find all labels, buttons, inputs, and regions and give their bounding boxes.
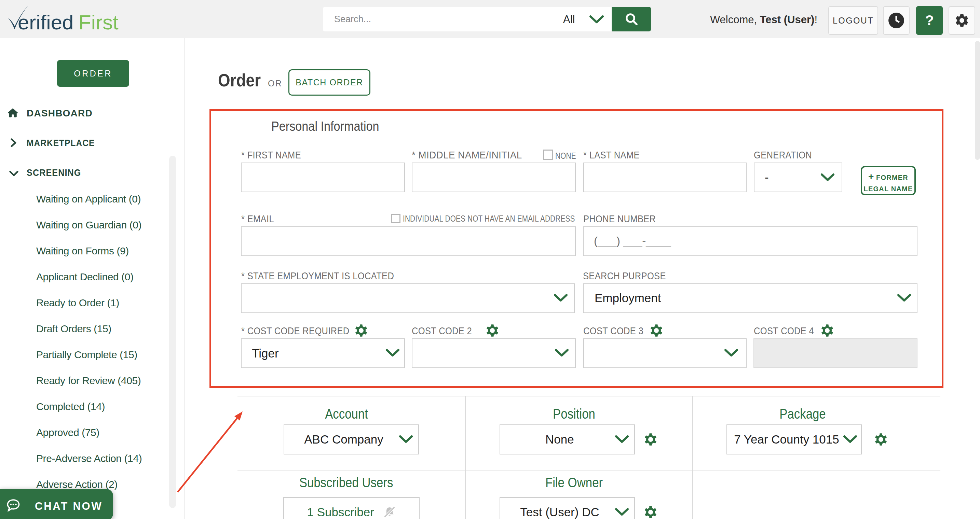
svg-text:erified: erified xyxy=(18,11,73,34)
svg-text:First: First xyxy=(79,11,119,34)
